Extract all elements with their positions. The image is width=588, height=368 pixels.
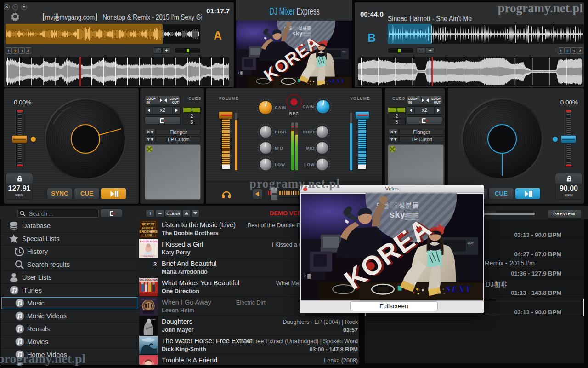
svg-text:BROTHERS: BROTHERS [139,230,158,233]
svg-text:BEST OF: BEST OF [142,223,155,226]
svg-text:ONE DIRECTION: ONE DIRECTION [139,278,158,281]
svg-text:JOHN: JOHN [151,318,156,321]
svg-text:I KISSED A GIRL: I KISSED A GIRL [139,240,158,243]
svg-text:DOOBIE: DOOBIE [142,226,155,230]
svg-text:LIVE: LIVE [145,234,152,237]
svg-text:Katy Perry: Katy Perry [143,255,153,258]
